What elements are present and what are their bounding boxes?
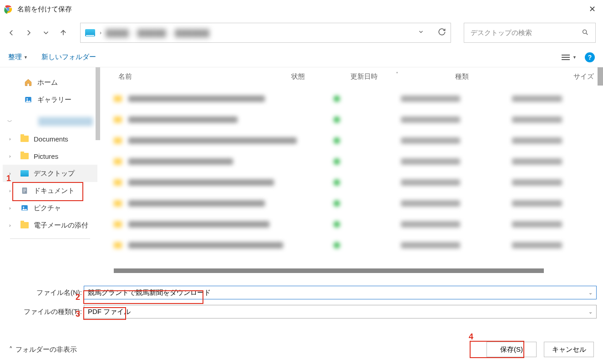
filename-input[interactable]: 競馬グラントで競馬新聞をダウンロード ⌄	[84, 286, 597, 299]
folder-icon	[20, 136, 29, 142]
drive-icon	[85, 29, 95, 36]
titlebar: 名前を付けて保存 ✕	[0, 0, 603, 18]
col-size[interactable]: サイズ	[546, 72, 594, 81]
search-icon	[582, 29, 589, 37]
expand-icon[interactable]: ›	[9, 153, 11, 159]
new-folder-button[interactable]: 新しいフォルダー	[41, 53, 96, 61]
svg-point-5	[26, 98, 28, 100]
list-scrollbar-h[interactable]	[114, 268, 544, 273]
organize-button[interactable]: 整理▼	[8, 53, 28, 61]
col-state[interactable]: 状態	[291, 72, 350, 81]
svg-rect-9	[23, 192, 25, 192]
filetype-label: ファイルの種類(T):	[6, 308, 84, 316]
gallery-icon	[24, 95, 33, 104]
col-type[interactable]: 種類	[455, 72, 546, 81]
folder-icon	[20, 153, 29, 159]
toolbar: 整理▼ 新しいフォルダー ▼ ?	[0, 47, 603, 67]
expand-icon[interactable]: ›	[9, 222, 11, 228]
svg-rect-7	[23, 189, 26, 189]
sidebar-item-desktop[interactable]: › デスクトップ	[3, 165, 97, 182]
sidebar-item-account[interactable]: ﹀	[3, 113, 97, 130]
breadcrumb-blurred: ████ › █████ › ██████	[106, 29, 210, 37]
svg-rect-8	[23, 190, 26, 191]
expand-icon[interactable]: ›	[9, 171, 11, 176]
document-icon	[20, 186, 29, 195]
filename-dropdown-icon[interactable]: ⌄	[588, 290, 593, 296]
expand-icon[interactable]: ›	[9, 188, 11, 193]
main-area: ホーム ギャラリー ﹀ › Documents › Pictures › デスク…	[0, 67, 603, 277]
file-rows-blurred	[100, 86, 603, 258]
pictures-icon	[20, 203, 29, 212]
list-scrollbar-v[interactable]	[598, 67, 603, 86]
view-mode-button[interactable]: ▼	[562, 55, 577, 60]
search-placeholder: デスクトップの検索	[471, 29, 582, 37]
chevron-up-icon: ˄	[9, 345, 13, 354]
chrome-icon	[4, 5, 13, 14]
folder-icon	[20, 222, 29, 228]
desktop-icon	[20, 170, 29, 177]
column-headers: 名前 状態 更新日時˄ 種類 サイズ	[100, 67, 603, 86]
hide-folders-button[interactable]: ˄ フォルダーの非表示	[9, 345, 77, 354]
col-modified[interactable]: 更新日時˄	[350, 72, 455, 81]
up-icon[interactable]	[59, 29, 67, 37]
filetype-dropdown-icon[interactable]: ⌄	[588, 309, 593, 315]
help-icon[interactable]: ?	[585, 52, 595, 62]
nav-row: › ████ › █████ › ██████ デスクトップの検索	[0, 18, 603, 47]
sidebar-item-pictures[interactable]: › Pictures	[3, 147, 97, 165]
col-name[interactable]: 名前	[100, 72, 291, 81]
sidebar-item-home[interactable]: ホーム	[3, 74, 97, 91]
sidebar-item-email-attach[interactable]: › 電子メールの添付	[3, 217, 97, 234]
back-icon[interactable]	[7, 29, 15, 37]
sidebar-item-documents[interactable]: › Documents	[3, 130, 97, 147]
search-input[interactable]: デスクトップの検索	[464, 23, 596, 43]
chevron-down-icon[interactable]	[42, 29, 50, 37]
refresh-icon[interactable]	[438, 28, 446, 38]
list-view-icon	[562, 55, 570, 60]
svg-point-11	[23, 207, 24, 208]
svg-point-3	[583, 30, 587, 33]
sidebar: ホーム ギャラリー ﹀ › Documents › Pictures › デスク…	[0, 67, 100, 277]
footer: ˄ フォルダーの非表示 保存(S) キャンセル	[0, 338, 603, 364]
address-bar[interactable]: › ████ › █████ › ██████	[80, 23, 451, 43]
filename-label: ファイル名(N):	[6, 288, 84, 297]
window-title: 名前を付けて保存	[17, 5, 72, 14]
sidebar-item-jp-documents[interactable]: › ドキュメント	[3, 182, 97, 199]
filetype-select[interactable]: PDF ファイル ⌄	[84, 305, 597, 318]
sidebar-separator	[10, 238, 90, 239]
expand-icon[interactable]: ›	[9, 205, 11, 211]
sort-asc-icon: ˄	[396, 71, 398, 76]
save-form: ファイル名(N): 競馬グラントで競馬新聞をダウンロード ⌄ ファイルの種類(T…	[0, 277, 603, 328]
file-list: 名前 状態 更新日時˄ 種類 サイズ	[100, 67, 603, 277]
save-button[interactable]: 保存(S)	[486, 342, 537, 357]
address-dropdown-icon[interactable]	[418, 29, 424, 37]
home-icon	[24, 78, 33, 87]
cancel-button[interactable]: キャンセル	[544, 342, 594, 357]
sidebar-item-gallery[interactable]: ギャラリー	[3, 91, 97, 108]
collapse-icon[interactable]: ﹀	[7, 118, 12, 125]
forward-icon[interactable]	[25, 29, 33, 37]
expand-icon[interactable]: ›	[9, 136, 11, 142]
breadcrumb-separator: ›	[100, 30, 101, 36]
close-icon[interactable]: ✕	[589, 4, 596, 14]
sidebar-item-jp-pictures[interactable]: › ピクチャ	[3, 199, 97, 217]
